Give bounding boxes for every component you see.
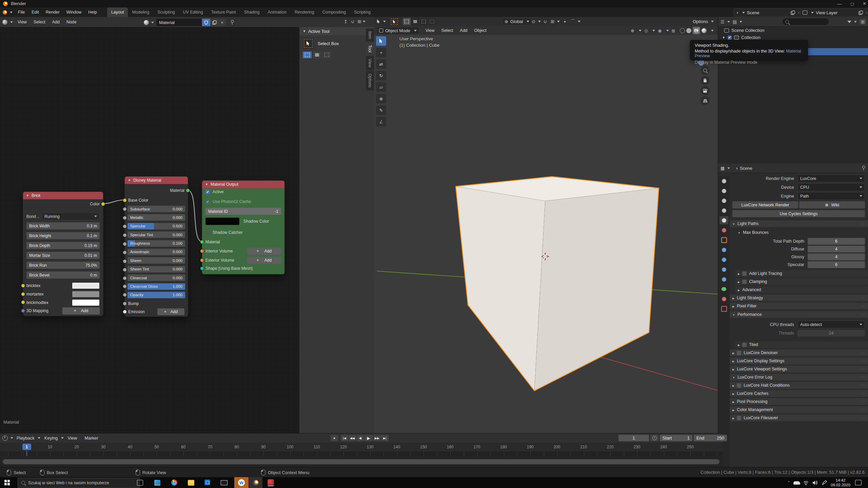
tool-tab[interactable] — [719, 177, 728, 185]
minimize-button[interactable]: — — [837, 1, 842, 6]
clearcoat-gloss-socket[interactable] — [123, 284, 127, 288]
snapping-dropdown[interactable]: ⊞ — [357, 19, 366, 24]
active-tool-button[interactable] — [391, 18, 398, 25]
viewport-menu[interactable]: Object — [471, 28, 490, 33]
disney-slider[interactable]: Metallic0.000 — [127, 214, 185, 221]
tool-dropdown[interactable] — [377, 19, 386, 24]
transform-tool[interactable]: ⊕ — [376, 94, 386, 103]
properties-section[interactable]: Tiled:::: — [735, 341, 868, 348]
properties-section[interactable]: Add Light Tracing:::: — [735, 270, 868, 277]
add-interior-button[interactable]: +Add — [247, 248, 281, 255]
workspace-tab[interactable]: Animation — [264, 7, 291, 17]
max-bounces-panel-header[interactable]: Max Bounces — [735, 229, 868, 236]
brickmodtex-socket[interactable] — [21, 300, 25, 304]
playback-menu[interactable]: Playback — [17, 435, 40, 441]
bricktex-socket[interactable] — [21, 284, 25, 288]
scene-tab[interactable] — [719, 216, 728, 224]
workspace-tab[interactable]: Compositing — [318, 7, 350, 17]
disney-slider[interactable]: Clearcoat Gloss1.000 — [127, 283, 185, 290]
collapse-icon[interactable]: ▼ — [205, 183, 208, 186]
fake-user-button[interactable] — [202, 19, 210, 26]
workspace-tab[interactable]: Layout — [107, 7, 128, 17]
shader-editor-menu[interactable]: View — [14, 20, 30, 24]
maximize-button[interactable]: ▢ — [850, 2, 854, 6]
pen-icon[interactable] — [822, 480, 827, 485]
properties-section[interactable]: Post Processing:::: — [730, 398, 868, 405]
output-material-socket[interactable] — [200, 240, 204, 244]
auto-keyframe-button[interactable] — [650, 435, 658, 441]
move-tool[interactable]: ⇄ — [376, 59, 386, 69]
brick-slider[interactable]: Brick Width0.3 m — [26, 222, 100, 229]
material-name-field[interactable]: Material — [156, 18, 202, 26]
section-checkbox[interactable] — [737, 416, 741, 420]
select-subtract-button[interactable] — [420, 18, 428, 25]
mail-app-icon[interactable] — [221, 480, 228, 485]
pin-icon[interactable] — [861, 165, 866, 171]
timeline-type-button[interactable] — [2, 435, 13, 441]
properties-section[interactable]: LuxCore Error Log:::: — [730, 374, 868, 381]
disney-slider[interactable]: Sheen Tint0.000 — [127, 266, 185, 272]
output-node-header[interactable]: ▼Material Output — [202, 181, 284, 188]
bounce-value-field[interactable]: 6 — [808, 238, 865, 245]
add-mapping-button[interactable]: +Add — [62, 307, 100, 314]
workspace-tab[interactable]: UV Editing — [179, 7, 207, 17]
object-tab[interactable] — [719, 236, 728, 244]
material-id-slider[interactable]: Material ID-1 — [205, 208, 281, 215]
bump-socket[interactable] — [123, 302, 127, 306]
menubar-menu[interactable]: Edit — [28, 10, 42, 15]
texture-color-swatch[interactable] — [72, 282, 100, 289]
section-checkbox[interactable] — [737, 351, 741, 355]
subsurface-socket[interactable] — [123, 207, 127, 211]
options-menu[interactable]: Options — [693, 19, 714, 24]
menubar-menu[interactable]: Help — [85, 10, 100, 15]
view-layer-tab[interactable] — [719, 206, 728, 215]
annotate-tool[interactable]: ✎ — [376, 105, 386, 115]
next-keyframe-button[interactable]: ▶▶ — [373, 435, 381, 441]
task-view-button[interactable] — [137, 480, 143, 486]
properties-type-button[interactable]: ▦ — [721, 166, 730, 171]
scene-selector[interactable]: ◑ Scene × — [734, 8, 802, 17]
properties-section[interactable]: LuxCore Display Settings:::: — [730, 358, 868, 364]
snap-toggle[interactable]: ∪ — [544, 19, 547, 24]
output-tab[interactable] — [719, 197, 728, 205]
file-explorer-icon[interactable] — [188, 480, 194, 486]
shader-editor-menu[interactable]: Add — [49, 20, 63, 24]
outliner-search-field[interactable] — [782, 18, 829, 25]
w-app-button[interactable]: W — [234, 477, 249, 488]
brick-slider[interactable]: Mortar Size0.01 m — [26, 252, 100, 259]
disney-base-color-socket[interactable] — [123, 198, 127, 202]
expand-icon[interactable]: ▼ — [722, 36, 725, 39]
light-paths-panel-header[interactable]: Light Paths:::: — [730, 220, 868, 227]
particles-tab[interactable] — [719, 256, 728, 264]
pc-app-icon[interactable] — [154, 480, 160, 486]
select-box-tool[interactable] — [376, 36, 386, 46]
jump-to-end-button[interactable]: ▶| — [381, 435, 389, 441]
select-new-button[interactable] — [403, 18, 411, 25]
constraints-tab[interactable] — [719, 275, 728, 283]
viewport-menu[interactable]: View — [422, 28, 438, 33]
bounce-value-field[interactable]: 4 — [808, 253, 865, 260]
shading-solid-button[interactable] — [686, 28, 691, 33]
timeline-ruler[interactable]: 1020304050607080901001101201301401501601… — [0, 443, 723, 452]
wiki-button[interactable]: ⊕Wiki — [799, 201, 865, 208]
workspace-tab[interactable]: Shading — [240, 7, 264, 17]
bond-dropdown[interactable]: Running — [42, 212, 100, 220]
add-exterior-button[interactable]: +Add — [247, 257, 281, 264]
shading-wireframe-button[interactable] — [680, 28, 685, 33]
section-checkbox[interactable] — [742, 280, 747, 284]
brick-slider[interactable]: Brick Height0.1 m — [26, 232, 100, 239]
onedrive-icon[interactable] — [793, 481, 800, 485]
section-checkbox[interactable] — [737, 383, 741, 388]
disney-slider[interactable]: Specular0.500 — [127, 223, 185, 229]
end-frame-field[interactable]: End250 — [694, 435, 727, 441]
material-tab[interactable] — [719, 295, 728, 303]
unlink-material-button[interactable]: × — [218, 19, 226, 26]
taskbar-search-field[interactable]: Szukaj w sieci Web i na swoim komputerze — [18, 478, 140, 488]
properties-section[interactable]: Light Strategy:::: — [730, 294, 868, 301]
properties-section[interactable]: Color Management:::: — [730, 406, 868, 413]
action-center-icon[interactable] — [855, 480, 862, 485]
play-reverse-button[interactable]: ◀ — [356, 435, 364, 441]
disney-slider[interactable]: Sheen0.000 — [127, 257, 185, 264]
shader-node-canvas[interactable]: ▼Brick Color Bond .. Running Brick Width… — [0, 27, 300, 433]
overlays-toggle[interactable]: ◎ — [644, 28, 648, 33]
